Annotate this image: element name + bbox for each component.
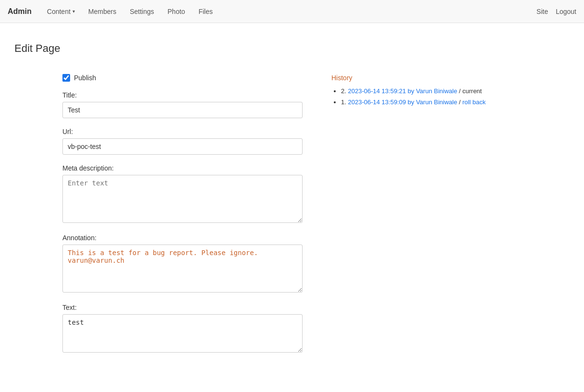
history-item-2-number: 2. — [341, 87, 348, 95]
page-title: Edit Page — [14, 42, 570, 55]
annotation-label: Annotation: — [62, 234, 303, 242]
meta-label: Meta description: — [62, 164, 303, 172]
nav-content-label: Content — [47, 8, 71, 15]
url-input[interactable] — [62, 138, 303, 155]
history-item-2: 2. 2023-06-14 13:59:21 by Varun Biniwale… — [341, 87, 499, 95]
publish-label[interactable]: Publish — [74, 74, 96, 82]
title-label: Title: — [62, 91, 303, 99]
history-item-1-number: 1. — [341, 98, 348, 106]
meta-group: Meta description: — [62, 164, 303, 224]
url-label: Url: — [62, 128, 303, 135]
navbar-right: Site Logout — [536, 8, 576, 15]
publish-row: Publish — [62, 74, 303, 82]
text-label: Text: — [62, 304, 303, 311]
form-section: Publish Title: Url: Meta description: An… — [62, 74, 303, 364]
history-item-2-link[interactable]: 2023-06-14 13:59:21 by Varun Biniwale — [348, 87, 457, 95]
text-group: Text: test — [62, 304, 303, 354]
navbar-brand: Admin — [8, 7, 32, 16]
text-textarea[interactable]: test — [62, 314, 303, 353]
content-dropdown-arrow: ▾ — [73, 9, 75, 14]
history-section: History 2. 2023-06-14 13:59:21 by Varun … — [331, 74, 499, 364]
nav-link-settings[interactable]: Settings — [124, 5, 160, 18]
annotation-textarea[interactable]: This is a test for a bug report. Please … — [62, 245, 303, 293]
history-item-1-separator: / — [459, 98, 462, 106]
history-title: History — [331, 74, 499, 82]
publish-checkbox[interactable] — [62, 74, 70, 82]
nav-link-site[interactable]: Site — [536, 8, 548, 15]
main-layout: Publish Title: Url: Meta description: An… — [62, 74, 570, 364]
page-content: Edit Page Publish Title: Url: Meta descr… — [0, 23, 584, 383]
nav-link-photo[interactable]: Photo — [162, 5, 191, 18]
nav-link-logout[interactable]: Logout — [556, 8, 576, 15]
annotation-group: Annotation: This is a test for a bug rep… — [62, 234, 303, 294]
nav-link-members[interactable]: Members — [83, 5, 122, 18]
url-group: Url: — [62, 128, 303, 155]
navbar: Admin Content ▾ Members Settings Photo F… — [0, 0, 584, 23]
history-list: 2. 2023-06-14 13:59:21 by Varun Biniwale… — [331, 87, 499, 106]
meta-textarea[interactable] — [62, 175, 303, 223]
title-group: Title: — [62, 91, 303, 118]
nav-link-files[interactable]: Files — [193, 5, 219, 18]
title-input[interactable] — [62, 102, 303, 118]
history-item-1-link[interactable]: 2023-06-14 13:59:09 by Varun Biniwale — [348, 98, 457, 106]
history-item-1: 1. 2023-06-14 13:59:09 by Varun Biniwale… — [341, 98, 499, 106]
history-item-1-rollback[interactable]: roll back — [462, 98, 486, 106]
history-item-2-status: / current — [459, 87, 482, 95]
navbar-links: Content ▾ Members Settings Photo Files — [41, 5, 536, 18]
nav-link-content[interactable]: Content ▾ — [41, 5, 81, 18]
